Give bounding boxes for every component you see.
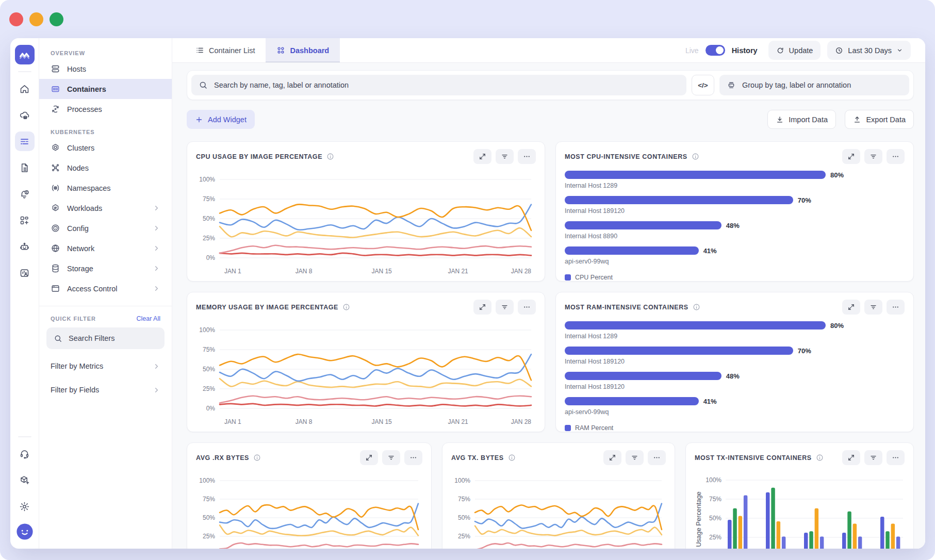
filter-button[interactable] — [496, 300, 514, 315]
sidebar-item-containers[interactable]: Containers — [39, 79, 172, 99]
info-icon[interactable] — [342, 303, 350, 311]
sidebar-item-nodes[interactable]: Nodes — [39, 158, 172, 178]
info-icon[interactable] — [326, 153, 334, 160]
user-avatar[interactable] — [16, 523, 34, 540]
rail-item-settings[interactable] — [15, 497, 35, 516]
export-data-button[interactable]: Export Data — [845, 110, 914, 129]
date-range-label: Last 30 Days — [848, 46, 892, 55]
sidebar-item-network[interactable]: Network — [39, 238, 172, 258]
sidebar-item-workloads[interactable]: Workloads — [39, 198, 172, 218]
rail-item-cloud-resources[interactable] — [15, 105, 35, 125]
rail-item-documents[interactable] — [15, 158, 35, 177]
clear-all-button[interactable]: Clear All — [136, 315, 160, 322]
date-range-dropdown[interactable]: Last 30 Days — [827, 41, 911, 60]
sidebar-item-processes[interactable]: Processes — [39, 99, 172, 119]
more-options-button[interactable] — [887, 450, 905, 465]
more-options-button[interactable] — [648, 450, 666, 465]
sidebar: OVERVIEWHostsContainersProcessesKUBERNET… — [39, 38, 172, 549]
add-widget-button[interactable]: Add Widget — [187, 110, 255, 129]
more-options-button[interactable] — [518, 149, 536, 164]
sidebar-item-hosts[interactable]: Hosts — [39, 59, 172, 79]
main-area: Container List Dashboard Live History Up… — [172, 38, 925, 549]
filter-button[interactable] — [864, 300, 882, 315]
filter-button[interactable] — [382, 450, 400, 465]
expand-button[interactable] — [360, 450, 378, 465]
rail-item-session-insights[interactable] — [15, 263, 35, 283]
icon-rail — [10, 38, 39, 549]
filter-button[interactable] — [864, 149, 882, 164]
container-search-field[interactable] — [214, 81, 679, 89]
tab-container-list[interactable]: Container List — [185, 38, 266, 62]
container-search-input[interactable] — [191, 75, 686, 95]
expand-button[interactable] — [473, 300, 491, 315]
rail-item-container-metrics[interactable] — [15, 131, 35, 151]
info-icon[interactable] — [253, 454, 261, 462]
sidebar-item-clusters[interactable]: Clusters — [39, 138, 172, 158]
info-icon[interactable] — [693, 303, 700, 311]
sidebar-item-namespaces[interactable]: Namespaces — [39, 178, 172, 198]
filter-button[interactable] — [864, 450, 882, 465]
expand-button[interactable] — [473, 149, 491, 164]
group-by-input[interactable] — [719, 75, 909, 95]
toggle-knob — [716, 46, 724, 54]
topbar: Container List Dashboard Live History Up… — [172, 38, 925, 63]
sidebar-item-storage[interactable]: Storage — [39, 258, 172, 278]
rail-item-integrations[interactable] — [15, 470, 35, 490]
group-by-field[interactable] — [742, 81, 902, 89]
quick-filter-title: QUICK FILTER — [51, 316, 96, 322]
import-data-button[interactable]: Import Data — [767, 110, 836, 129]
svg-text:50%: 50% — [203, 366, 215, 373]
bar-row: 48% Internal Host 8890 — [565, 221, 905, 240]
more-options-button[interactable] — [887, 300, 905, 315]
widget-title: CPU USAGE BY IMAGE PERCENTAGE — [196, 153, 334, 160]
expand-button[interactable] — [842, 450, 860, 465]
expand-button[interactable] — [603, 450, 621, 465]
bar-label: Internal Host 189120 — [565, 358, 905, 365]
rail-item-add-widgets[interactable] — [15, 210, 35, 230]
expand-button[interactable] — [842, 300, 860, 315]
update-label: Update — [789, 46, 813, 55]
svg-text:JAN 28: JAN 28 — [511, 418, 532, 425]
sidebar-item-access-control[interactable]: Access Control — [39, 278, 172, 299]
widget-title: MOST RAM-INTENSIVE CONTAINERS — [565, 303, 700, 311]
svg-text:50%: 50% — [203, 514, 215, 521]
rail-top — [15, 72, 35, 283]
minimize-button[interactable] — [29, 12, 43, 26]
search-filters-field[interactable] — [69, 334, 157, 342]
more-options-button[interactable] — [518, 300, 536, 315]
filter-by-metrics[interactable]: Filter by Metrics — [39, 355, 172, 377]
rail-item-assistant[interactable] — [15, 237, 35, 256]
filter-button[interactable] — [626, 450, 644, 465]
filter-button[interactable] — [496, 149, 514, 164]
info-icon[interactable] — [692, 153, 699, 160]
rail-item-home[interactable] — [15, 79, 35, 98]
filter-icon — [501, 303, 508, 311]
bar-value: 80% — [830, 322, 844, 330]
bar — [565, 397, 699, 405]
close-button[interactable] — [9, 12, 23, 26]
chevron-right-icon — [153, 285, 160, 292]
expand-button[interactable] — [842, 149, 860, 164]
more-options-button[interactable] — [404, 450, 422, 465]
more-options-button[interactable] — [887, 149, 905, 164]
rail-item-alerts[interactable] — [15, 184, 35, 204]
list-icon — [195, 46, 204, 55]
bar — [565, 347, 793, 355]
expand-icon — [365, 454, 373, 462]
rail-item-support[interactable] — [15, 444, 35, 464]
maximize-button[interactable] — [50, 12, 63, 26]
sidebar-item-config[interactable]: Config — [39, 218, 172, 238]
query-syntax-button[interactable]: </> — [692, 75, 714, 95]
live-history-toggle[interactable] — [706, 45, 725, 56]
filter-by-fields[interactable]: Filter by Fields — [39, 379, 172, 401]
support-icon — [19, 449, 30, 459]
ellipsis-icon — [523, 153, 531, 160]
widget-tx-top-bars: MOST TX-INTENSIVE CONTAINERS Usage Perce… — [685, 442, 914, 549]
update-button[interactable]: Update — [768, 41, 821, 60]
svg-text:25%: 25% — [203, 235, 215, 242]
bar-row: 80% Internal Host 1289 — [565, 321, 905, 340]
info-icon[interactable] — [508, 454, 516, 462]
search-filters-input[interactable] — [46, 327, 165, 349]
tab-dashboard[interactable]: Dashboard — [266, 38, 340, 62]
info-icon[interactable] — [816, 454, 824, 462]
